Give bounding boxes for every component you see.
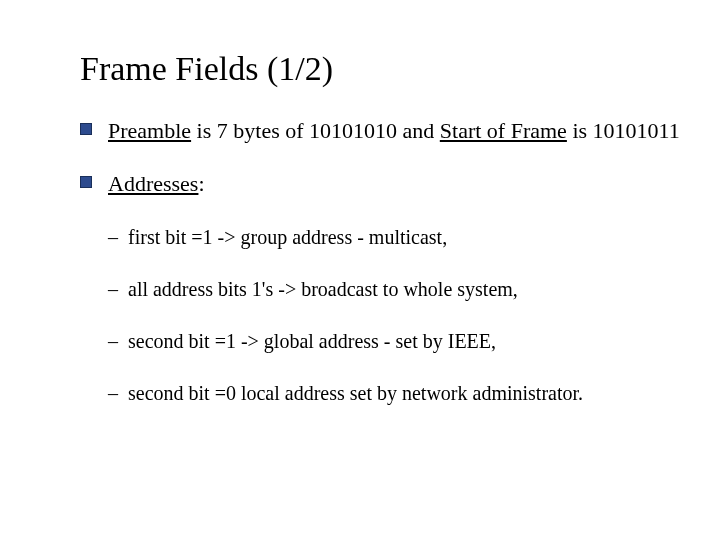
sub-item-text: all address bits 1's -> broadcast to who…: [128, 278, 518, 300]
sub-item-text: second bit =0 local address set by netwo…: [128, 382, 583, 404]
square-bullet-icon: [80, 176, 92, 188]
main-bullet-list: Preamble is 7 bytes of 10101010 and Star…: [80, 116, 680, 406]
preamble-term: Preamble: [108, 118, 191, 143]
addresses-sub-list: – first bit =1 -> group address - multic…: [108, 224, 680, 406]
sub-item-text: first bit =1 -> group address - multicas…: [128, 226, 447, 248]
slide-title: Frame Fields (1/2): [80, 50, 680, 88]
dash-bullet-icon: –: [108, 224, 118, 250]
bullet-addresses: Addresses: – first bit =1 -> group addre…: [108, 169, 680, 406]
sub-item-all-bits: – all address bits 1's -> broadcast to w…: [128, 276, 680, 302]
bullet-preamble: Preamble is 7 bytes of 10101010 and Star…: [108, 116, 680, 145]
sub-item-first-bit: – first bit =1 -> group address - multic…: [128, 224, 680, 250]
dash-bullet-icon: –: [108, 328, 118, 354]
square-bullet-icon: [80, 123, 92, 135]
preamble-text-1: is 7 bytes of 10101010 and: [191, 118, 440, 143]
sub-item-second-bit-0: – second bit =0 local address set by net…: [128, 380, 680, 406]
start-of-frame-term: Start of Frame: [440, 118, 567, 143]
dash-bullet-icon: –: [108, 276, 118, 302]
sub-item-text: second bit =1 -> global address - set by…: [128, 330, 496, 352]
sub-item-second-bit-1: – second bit =1 -> global address - set …: [128, 328, 680, 354]
preamble-text-2: is 10101011: [567, 118, 680, 143]
addresses-colon: :: [198, 171, 204, 196]
dash-bullet-icon: –: [108, 380, 118, 406]
addresses-term: Addresses: [108, 171, 198, 196]
